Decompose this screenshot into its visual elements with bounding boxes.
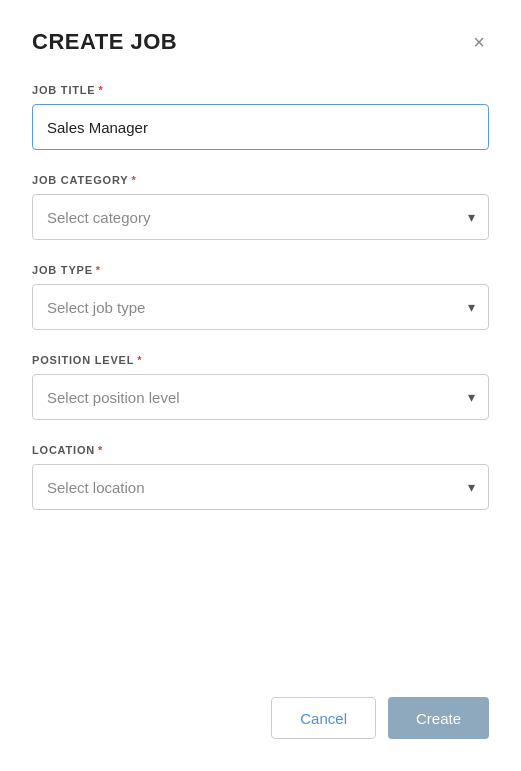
create-button[interactable]: Create (388, 697, 489, 739)
location-group: LOCATION* Select location New York San F… (32, 444, 489, 510)
modal-footer: Cancel Create (32, 657, 489, 739)
modal-title: CREATE JOB (32, 29, 177, 55)
modal-header: CREATE JOB × (32, 28, 489, 56)
job-title-group: JOB TITLE* (32, 84, 489, 150)
position-level-select[interactable]: Select position level Junior Mid Senior … (32, 374, 489, 420)
close-button[interactable]: × (469, 28, 489, 56)
job-type-label: JOB TYPE* (32, 264, 489, 276)
create-job-modal: CREATE JOB × JOB TITLE* JOB CATEGORY* Se… (0, 0, 521, 771)
job-category-select-wrapper: Select category Engineering Sales Market… (32, 194, 489, 240)
position-level-group: POSITION LEVEL* Select position level Ju… (32, 354, 489, 420)
required-indicator: * (131, 174, 136, 186)
required-indicator: * (98, 84, 103, 96)
job-type-select[interactable]: Select job type Full-time Part-time Cont… (32, 284, 489, 330)
position-level-label: POSITION LEVEL* (32, 354, 489, 366)
spacer (32, 534, 489, 657)
job-category-select[interactable]: Select category Engineering Sales Market… (32, 194, 489, 240)
job-title-label: JOB TITLE* (32, 84, 489, 96)
location-select[interactable]: Select location New York San Francisco L… (32, 464, 489, 510)
job-type-group: JOB TYPE* Select job type Full-time Part… (32, 264, 489, 330)
location-label: LOCATION* (32, 444, 489, 456)
cancel-button[interactable]: Cancel (271, 697, 376, 739)
required-indicator: * (137, 354, 142, 366)
job-title-input[interactable] (32, 104, 489, 150)
required-indicator: * (98, 444, 103, 456)
required-indicator: * (96, 264, 101, 276)
job-category-label: JOB CATEGORY* (32, 174, 489, 186)
job-type-select-wrapper: Select job type Full-time Part-time Cont… (32, 284, 489, 330)
location-select-wrapper: Select location New York San Francisco L… (32, 464, 489, 510)
position-level-select-wrapper: Select position level Junior Mid Senior … (32, 374, 489, 420)
job-category-group: JOB CATEGORY* Select category Engineerin… (32, 174, 489, 240)
